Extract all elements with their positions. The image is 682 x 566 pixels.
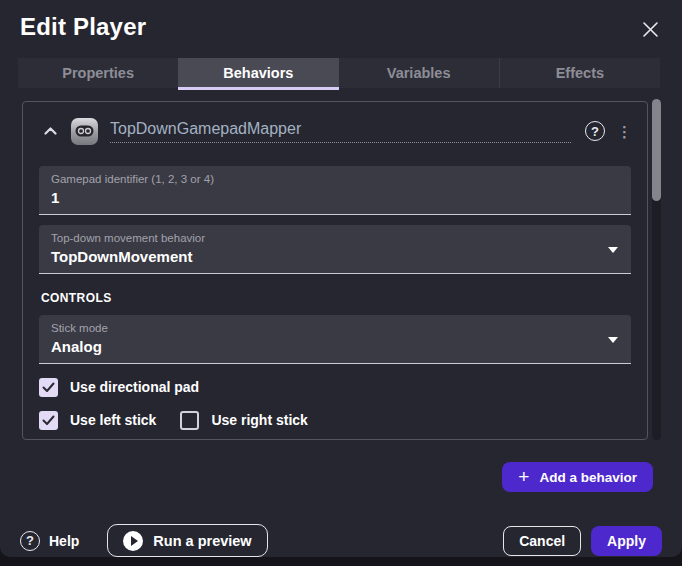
behaviors-scroll-area: TopDownGamepadMapper ? ⋮ Gamepad identif… [0, 101, 682, 450]
controls-section-title: CONTROLS [41, 291, 631, 305]
tab-effects[interactable]: Effects [499, 58, 660, 88]
run-preview-button[interactable]: Run a preview [107, 524, 267, 557]
dialog-header: Edit Player [0, 0, 682, 41]
gamepad-icon [71, 118, 98, 145]
dropdown-caret-icon [608, 337, 618, 343]
run-preview-label: Run a preview [153, 533, 251, 549]
behavior-menu-kebab-icon[interactable]: ⋮ [617, 124, 631, 139]
add-behavior-row: + Add a behavior [0, 462, 653, 492]
cancel-button[interactable]: Cancel [503, 526, 581, 556]
checkbox-label: Use directional pad [70, 379, 199, 395]
field-label: Gamepad identifier (1, 2, 3 or 4) [51, 173, 619, 185]
close-icon[interactable] [638, 17, 662, 41]
movement-behavior-select[interactable]: Top-down movement behavior TopDownMoveme… [39, 225, 631, 274]
field-value: Analog [51, 338, 619, 355]
add-behavior-button[interactable]: + Add a behavior [502, 462, 653, 492]
field-label: Top-down movement behavior [51, 232, 619, 244]
dialog-footer: ? Help Run a preview Cancel Apply [20, 524, 662, 557]
behavior-panel: TopDownGamepadMapper ? ⋮ Gamepad identif… [22, 101, 648, 440]
scrollbar-track[interactable] [652, 99, 661, 440]
checkbox-row: Use directional pad [39, 377, 631, 397]
field-value: 1 [51, 189, 619, 206]
field-value: TopDownMovement [51, 248, 619, 265]
behavior-header: TopDownGamepadMapper ? ⋮ [39, 112, 631, 150]
tab-behaviors[interactable]: Behaviors [178, 58, 338, 88]
stick-mode-select[interactable]: Stick mode Analog [39, 315, 631, 364]
plus-icon: + [518, 467, 529, 486]
scrollbar-thumb[interactable] [652, 99, 661, 201]
play-icon [123, 531, 143, 551]
behavior-help-icon[interactable]: ? [585, 121, 605, 141]
tab-properties[interactable]: Properties [18, 58, 178, 88]
use-right-stick-checkbox[interactable] [180, 411, 199, 430]
tab-bar: Properties Behaviors Variables Effects [18, 58, 660, 88]
checkbox-row: Use left stick Use right stick [39, 410, 631, 430]
page-title: Edit Player [20, 13, 638, 41]
edit-player-dialog: Edit Player Properties Behaviors Variabl… [0, 0, 682, 557]
dropdown-caret-icon [608, 247, 618, 253]
help-icon: ? [20, 531, 40, 551]
use-left-stick-checkbox[interactable] [39, 411, 58, 430]
tab-variables[interactable]: Variables [339, 58, 499, 88]
use-directional-pad-checkbox[interactable] [39, 378, 58, 397]
add-behavior-label: Add a behavior [539, 470, 637, 485]
collapse-chevron-up-icon[interactable] [39, 120, 61, 142]
behavior-name-field[interactable]: TopDownGamepadMapper [110, 120, 571, 143]
gamepad-identifier-field[interactable]: Gamepad identifier (1, 2, 3 or 4) 1 [39, 166, 631, 215]
help-label: Help [49, 533, 79, 549]
apply-button[interactable]: Apply [591, 526, 662, 556]
help-button[interactable]: ? Help [20, 531, 79, 551]
checkbox-label: Use right stick [211, 412, 307, 428]
checkbox-label: Use left stick [70, 412, 156, 428]
field-label: Stick mode [51, 322, 619, 334]
